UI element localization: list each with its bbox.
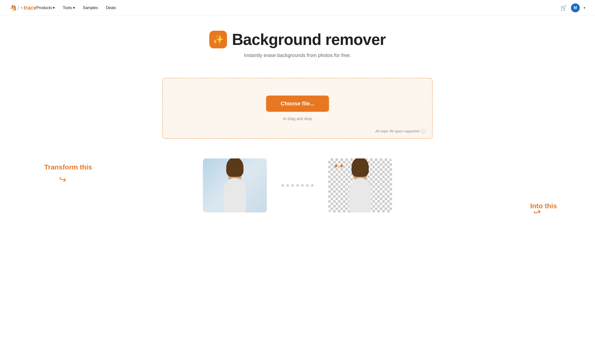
drag-drop-hint: or drag and drop (283, 117, 312, 121)
dot-3 (291, 184, 294, 187)
transform-this-label: Transform this (44, 163, 92, 171)
hero-section: ✨ Background remover Instantly erase bac… (0, 16, 595, 68)
info-icon[interactable]: i (421, 129, 425, 133)
result-figure-hair (352, 158, 369, 177)
transform-arrow-icon: ↪ (58, 174, 67, 185)
hero-title-row: ✨ Background remover (10, 30, 585, 49)
checkerboard-bg: ✦✦ (328, 158, 392, 212)
logo-divider: / (17, 4, 19, 11)
products-caret-icon: ▾ (53, 5, 55, 10)
logo-spark-icon: ✦ (20, 6, 23, 10)
logo-horse-icon: 🐴 (10, 5, 16, 11)
magic-wand-icon: ✨ (213, 34, 224, 45)
choose-file-button[interactable]: Choose file... (266, 96, 329, 112)
hero-icon-box: ✨ (209, 31, 227, 48)
nav-tools-label: Tools (63, 6, 72, 10)
cart-button[interactable]: 🛒 (560, 5, 567, 11)
dot-5 (301, 184, 304, 187)
logo[interactable]: 🐴 / ✦ trace (10, 4, 36, 11)
dot-6 (306, 184, 309, 187)
navbar: 🐴 / ✦ trace Products ▾ Tools ▾ Samples D… (0, 0, 595, 16)
upload-zone: Choose file... or drag and drop All majo… (162, 78, 433, 139)
cart-icon: 🛒 (560, 5, 567, 11)
dots-separator (282, 184, 313, 187)
person-figure (213, 163, 257, 212)
avatar-letter: M (574, 6, 577, 10)
file-types-note: All major file types supported i (375, 129, 425, 133)
page-title: Background remover (232, 30, 386, 49)
avatar-caret-icon: ▾ (584, 6, 585, 10)
hero-subtitle: Instantly erase backgrounds from photos … (10, 53, 585, 58)
tools-caret-icon: ▾ (73, 5, 75, 10)
nav-products[interactable]: Products ▾ (36, 5, 55, 10)
dot-7 (311, 184, 313, 187)
nav-deals[interactable]: Deals (106, 6, 116, 10)
nav-samples-label: Samples (83, 6, 98, 10)
result-image: ✦✦ (328, 158, 392, 212)
figure-hair (226, 158, 243, 177)
nav-deals-label: Deals (106, 6, 116, 10)
nav-products-label: Products (36, 6, 52, 10)
logo-text: trace (24, 5, 37, 11)
nav-right: 🛒 M ▾ (560, 3, 585, 12)
user-avatar-button[interactable]: M (571, 3, 580, 12)
nav-links: Products ▾ Tools ▾ Samples Deals (36, 5, 560, 10)
dot-2 (286, 184, 289, 187)
result-person-figure (338, 163, 382, 212)
dot-4 (296, 184, 299, 187)
dot-1 (282, 184, 284, 187)
original-bg (203, 158, 267, 212)
result-figure-body (349, 178, 371, 212)
nav-tools[interactable]: Tools ▾ (63, 5, 75, 10)
original-image (203, 158, 267, 212)
nav-samples[interactable]: Samples (83, 6, 98, 10)
figure-body (224, 178, 246, 212)
demo-section: Transform this ↪ ✦✦ (0, 149, 595, 227)
file-types-text: All major file types supported (375, 129, 419, 133)
